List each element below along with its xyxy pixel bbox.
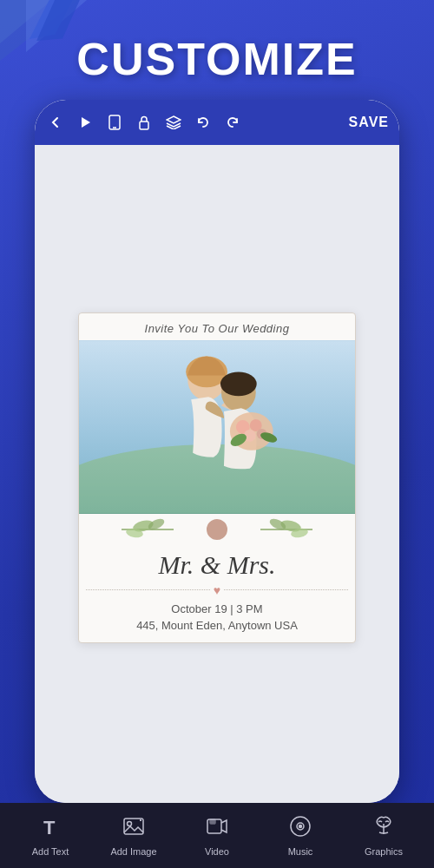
save-button[interactable]: SAVE: [349, 115, 389, 130]
play-button[interactable]: [75, 115, 95, 129]
music-label: Music: [288, 846, 313, 857]
add-text-label: Add Text: [32, 846, 69, 857]
svg-point-32: [128, 821, 132, 825]
card-area: Invite You To Our Wedding: [35, 145, 399, 803]
svg-marker-5: [82, 117, 90, 128]
page-title: CUSTOMIZE: [0, 33, 434, 85]
svg-point-29: [206, 518, 228, 541]
redo-button[interactable]: [222, 115, 243, 129]
bottom-music[interactable]: Music: [259, 815, 342, 857]
svg-marker-9: [167, 116, 181, 123]
bottom-graphics[interactable]: Graphics: [342, 815, 425, 857]
card-title: Mr. & Mrs.: [79, 545, 355, 582]
svg-rect-8: [140, 122, 148, 129]
svg-text:T: T: [43, 817, 56, 838]
heart-icon: ♥: [214, 583, 220, 597]
card-header: Invite You To Our Wedding: [79, 313, 355, 340]
bottom-video[interactable]: Video: [175, 815, 259, 857]
add-image-label: Add Image: [110, 846, 156, 857]
phone-content: Invite You To Our Wedding: [35, 145, 399, 803]
back-button[interactable]: [45, 115, 66, 129]
card-date: October 19 | 3 PM: [79, 599, 355, 617]
device-button[interactable]: [104, 115, 125, 130]
add-image-icon: [122, 815, 145, 843]
graphics-icon: [372, 815, 395, 843]
bottom-add-image[interactable]: Add Image: [92, 815, 175, 857]
svg-point-15: [220, 372, 257, 396]
card-photo: [79, 340, 355, 514]
lock-button[interactable]: [134, 115, 155, 130]
video-icon: [206, 815, 228, 843]
phone-frame: SAVE Invite You To Our Wedding: [35, 100, 399, 803]
undo-button[interactable]: [193, 115, 214, 129]
graphics-label: Graphics: [365, 846, 403, 857]
layers-button[interactable]: [163, 115, 184, 129]
music-icon: [289, 815, 312, 843]
svg-rect-34: [210, 819, 215, 824]
card-floral: [79, 514, 355, 545]
svg-point-37: [299, 825, 302, 827]
card-address: 445, Mount Eden, Anytown USA: [79, 617, 355, 642]
video-label: Video: [205, 846, 229, 857]
wedding-card: Invite You To Our Wedding: [78, 312, 356, 643]
toolbar: SAVE: [35, 100, 399, 145]
add-text-icon: T: [39, 815, 62, 843]
svg-point-11: [79, 444, 355, 513]
card-divider: ♥: [79, 582, 355, 599]
bottom-add-text[interactable]: T Add Text: [9, 815, 92, 857]
bottom-toolbar: T Add Text Add Image Video: [0, 803, 434, 868]
